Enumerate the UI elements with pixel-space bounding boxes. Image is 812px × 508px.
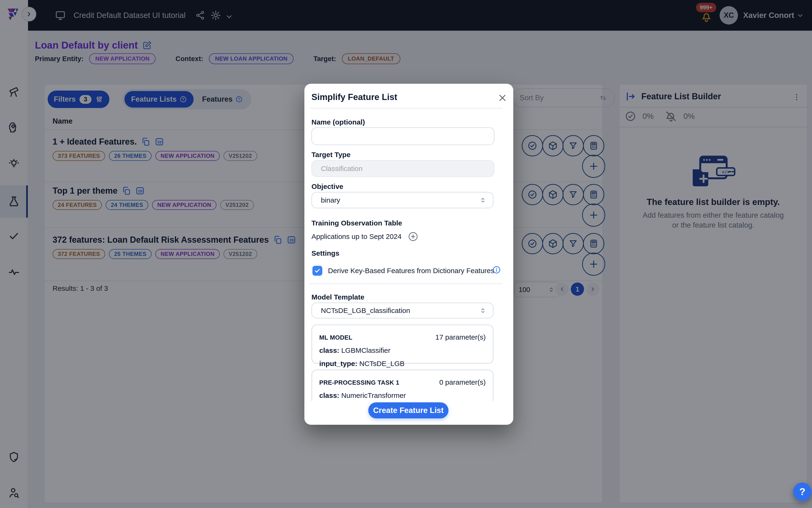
name-label: Name (optional) bbox=[311, 118, 365, 126]
card-class-line: class: LGBMClassifier bbox=[319, 346, 486, 354]
objective-value: binary bbox=[321, 196, 340, 204]
checkbox-label: Derive Key-Based Features from Dictionar… bbox=[328, 267, 494, 275]
card-param-count: 0 parameter(s) bbox=[439, 378, 486, 386]
close-icon[interactable] bbox=[497, 93, 508, 103]
objective-label: Objective bbox=[311, 182, 343, 190]
name-input[interactable] bbox=[311, 127, 494, 145]
help-button[interactable]: ? bbox=[793, 482, 812, 501]
settings-checkbox-row: Derive Key-Based Features from Dictionar… bbox=[304, 267, 513, 278]
ml-model-card: ML MODEL 17 parameter(s) class: LGBMClas… bbox=[311, 325, 493, 364]
training-table-row: Applications up to Sept 2024 bbox=[311, 231, 418, 242]
training-table-value: Applications up to Sept 2024 bbox=[311, 232, 402, 241]
simplify-feature-list-modal: Simplify Feature List Name (optional) Ta… bbox=[304, 84, 513, 425]
card-heading: PRE-PROCESSING TASK 1 bbox=[319, 379, 399, 386]
circle-plus-icon[interactable] bbox=[408, 231, 418, 242]
target-type-placeholder: Classification bbox=[321, 165, 363, 173]
divider bbox=[309, 108, 503, 109]
app-root: Credit Default Dataset UI tutorial 999+ … bbox=[0, 0, 812, 508]
card-input-type-line: input_type: NCTsDE_LGB bbox=[319, 359, 486, 368]
settings-label: Settings bbox=[311, 249, 339, 257]
card-heading: ML MODEL bbox=[319, 334, 353, 341]
modal-footer: Create Feature List bbox=[304, 401, 513, 425]
model-template-label: Model Template bbox=[311, 293, 364, 301]
training-table-label: Training Observation Table bbox=[311, 219, 402, 227]
card-class-line: class: NumericTransformer bbox=[319, 391, 486, 399]
target-type-input: Classification bbox=[311, 160, 494, 177]
card-param-count: 17 parameter(s) bbox=[436, 333, 486, 341]
modal-title: Simplify Feature List bbox=[311, 92, 397, 102]
select-stepper-icon bbox=[479, 197, 486, 204]
objective-select[interactable]: binary bbox=[311, 192, 493, 208]
divider bbox=[309, 284, 503, 284]
model-template-value: NCTsDE_LGB_classification bbox=[321, 307, 410, 314]
create-feature-list-button[interactable]: Create Feature List bbox=[368, 403, 448, 418]
model-template-select[interactable]: NCTsDE_LGB_classification bbox=[311, 303, 493, 319]
select-stepper-icon bbox=[479, 307, 486, 314]
checkbox-checked[interactable] bbox=[312, 266, 322, 276]
target-type-label: Target Type bbox=[311, 151, 351, 159]
info-icon[interactable] bbox=[492, 265, 501, 274]
